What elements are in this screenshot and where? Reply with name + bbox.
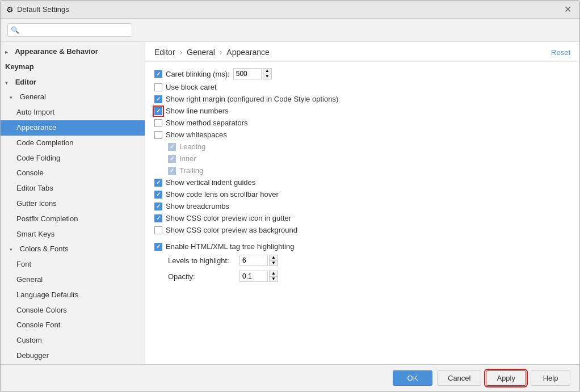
opacity-input-group: ▲ ▼ xyxy=(239,271,278,282)
trailing-checkbox[interactable] xyxy=(168,167,176,175)
breadcrumb-part2: General xyxy=(187,48,215,57)
levels-spinner: ▲ ▼ xyxy=(269,255,278,266)
content-panel: Editor › General › Appearance Reset Care… xyxy=(145,42,579,364)
main-content: 🔍 ▸ Appearance & Behavior Keymap ▾ Edito… xyxy=(1,19,579,364)
search-wrapper: 🔍 xyxy=(7,23,132,37)
breadcrumb: Editor › General › Appearance xyxy=(154,48,270,57)
reset-button[interactable]: Reset xyxy=(551,48,570,57)
caret-blinking-row: Caret blinking (ms): ▲ ▼ xyxy=(154,66,570,81)
sidebar-item-postfix-completion[interactable]: Postfix Completion xyxy=(1,212,145,227)
close-button[interactable]: ✕ xyxy=(562,4,574,15)
sidebar-item-editor-tabs[interactable]: Editor Tabs xyxy=(1,181,145,196)
levels-label: Levels to highlight: xyxy=(168,256,236,265)
search-input[interactable] xyxy=(7,23,132,37)
show-css-gutter-label: Show CSS color preview icon in gutter xyxy=(166,214,291,222)
opacity-spinner: ▲ ▼ xyxy=(269,271,278,282)
main-window: ⚙ Default Settings ✕ 🔍 ▸ Appearance & Be… xyxy=(0,0,580,392)
opacity-label: Opacity: xyxy=(168,272,236,281)
cancel-button[interactable]: Cancel xyxy=(437,370,481,386)
sidebar-item-smart-keys[interactable]: Smart Keys xyxy=(1,227,145,242)
opacity-up[interactable]: ▲ xyxy=(270,271,278,276)
leading-row: Leading xyxy=(168,141,570,153)
arrow-icon: ▸ xyxy=(5,48,12,56)
show-whitespaces-row: Show whitespaces xyxy=(154,129,570,141)
sidebar-item-language-defaults[interactable]: Language Defaults xyxy=(1,288,145,303)
show-breadcrumbs-row: Show breadcrumbs xyxy=(154,200,570,212)
sidebar-item-editor[interactable]: ▾ Editor xyxy=(1,75,145,90)
sidebar-item-general2[interactable]: General xyxy=(1,272,145,288)
enable-html-xml-row: Enable HTML/XML tag tree highlighting xyxy=(154,241,570,252)
apply-button[interactable]: Apply xyxy=(486,370,526,386)
show-whitespaces-label: Show whitespaces xyxy=(166,130,227,139)
show-method-separators-label: Show method separators xyxy=(166,119,248,127)
ok-button[interactable]: OK xyxy=(393,370,432,386)
sidebar-item-console[interactable]: Console xyxy=(1,166,145,181)
caret-blinking-input-group: ▲ ▼ xyxy=(233,68,272,79)
titlebar-left: ⚙ Default Settings xyxy=(6,5,69,14)
body-area: ▸ Appearance & Behavior Keymap ▾ Editor … xyxy=(1,42,579,364)
sidebar: ▸ Appearance & Behavior Keymap ▾ Editor … xyxy=(1,42,145,364)
show-line-numbers-checkbox[interactable] xyxy=(154,107,162,115)
show-line-numbers-row: Show line numbers xyxy=(154,105,570,117)
inner-checkbox[interactable] xyxy=(168,155,176,163)
caret-blinking-label: Caret blinking (ms): xyxy=(166,70,230,78)
sidebar-item-font[interactable]: Font xyxy=(1,257,145,272)
settings-list: Caret blinking (ms): ▲ ▼ Use block car xyxy=(145,62,579,364)
sidebar-item-code-folding[interactable]: Code Folding xyxy=(1,151,145,166)
arrow-icon: ▾ xyxy=(10,246,16,254)
show-method-separators-checkbox[interactable] xyxy=(154,119,162,127)
sidebar-item-gutter-icons[interactable]: Gutter Icons xyxy=(1,196,145,212)
show-vertical-indent-checkbox[interactable] xyxy=(154,179,162,187)
titlebar: ⚙ Default Settings ✕ xyxy=(1,1,579,19)
sidebar-item-code-completion[interactable]: Code Completion xyxy=(1,136,145,151)
show-css-bg-checkbox[interactable] xyxy=(154,226,162,234)
sidebar-item-appearance[interactable]: Appearance xyxy=(1,120,145,136)
sidebar-item-console-colors[interactable]: Console Colors xyxy=(1,303,145,318)
show-right-margin-row: Show right margin (configured in Code St… xyxy=(154,93,570,105)
enable-html-xml-checkbox[interactable] xyxy=(154,243,162,251)
sidebar-item-general[interactable]: ▾ General xyxy=(1,90,145,105)
show-right-margin-checkbox[interactable] xyxy=(154,95,162,103)
show-whitespaces-checkbox[interactable] xyxy=(154,131,162,139)
sidebar-item-keymap[interactable]: Keymap xyxy=(1,60,145,75)
levels-row: Levels to highlight: ▲ ▼ xyxy=(168,252,570,268)
window-title: Default Settings xyxy=(17,5,69,14)
show-css-gutter-checkbox[interactable] xyxy=(154,214,162,222)
caret-blinking-input[interactable] xyxy=(233,68,262,79)
opacity-down[interactable]: ▼ xyxy=(270,276,278,282)
levels-input-group: ▲ ▼ xyxy=(239,255,278,266)
levels-input[interactable] xyxy=(239,255,268,266)
content-header: Editor › General › Appearance Reset xyxy=(145,42,579,62)
show-code-lens-label: Show code lens on scrollbar hover xyxy=(166,190,279,199)
trailing-label: Trailing xyxy=(179,166,203,175)
use-block-caret-checkbox[interactable] xyxy=(154,83,162,91)
sidebar-item-auto-import[interactable]: Auto Import xyxy=(1,105,145,120)
breadcrumb-part1: Editor xyxy=(154,48,175,57)
levels-up[interactable]: ▲ xyxy=(270,255,278,260)
section-divider xyxy=(154,236,570,241)
footer: OK Cancel Apply Help xyxy=(1,364,579,391)
help-button[interactable]: Help xyxy=(531,370,570,386)
caret-blinking-up[interactable]: ▲ xyxy=(263,69,271,74)
opacity-input[interactable] xyxy=(239,271,268,282)
sidebar-item-appearance-behavior[interactable]: ▸ Appearance & Behavior xyxy=(1,44,145,60)
breadcrumb-part3: Appearance xyxy=(226,48,270,57)
leading-checkbox[interactable] xyxy=(168,143,176,151)
leading-label: Leading xyxy=(179,142,205,151)
show-vertical-indent-row: Show vertical indent guides xyxy=(154,176,570,188)
show-breadcrumbs-checkbox[interactable] xyxy=(154,203,162,210)
sidebar-item-custom[interactable]: Custom xyxy=(1,333,145,348)
caret-blinking-spinner: ▲ ▼ xyxy=(263,68,272,79)
sidebar-item-console-font[interactable]: Console Font xyxy=(1,318,145,333)
sidebar-item-debugger[interactable]: Debugger xyxy=(1,348,145,364)
arrow-icon: ▾ xyxy=(10,94,16,102)
inner-label: Inner xyxy=(179,154,196,163)
show-css-bg-row: Show CSS color preview as background xyxy=(154,224,570,236)
inner-row: Inner xyxy=(168,153,570,165)
caret-blinking-checkbox[interactable] xyxy=(154,70,162,78)
show-code-lens-checkbox[interactable] xyxy=(154,191,162,199)
search-icon: 🔍 xyxy=(11,26,19,34)
sidebar-item-colors-fonts[interactable]: ▾ Colors & Fonts xyxy=(1,242,145,257)
caret-blinking-down[interactable]: ▼ xyxy=(263,74,271,79)
levels-down[interactable]: ▼ xyxy=(270,260,278,266)
